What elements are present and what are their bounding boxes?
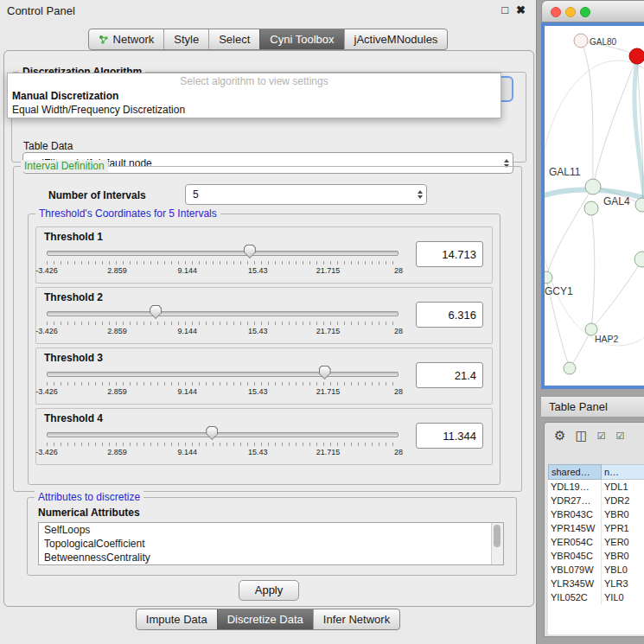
scale-label: -3.426: [35, 448, 58, 456]
scrollbar-thumb[interactable]: [494, 525, 501, 547]
bottom-tab-bar: Impute Data Discretize Data Infer Networ…: [0, 609, 536, 630]
table-row[interactable]: YDL19… YDL1: [548, 480, 644, 494]
tab-select[interactable]: Select: [208, 29, 259, 49]
attributes-groupbox: Attributes to discretize Numerical Attri…: [27, 497, 517, 576]
table-panel-titlebar: Table Panel: [541, 396, 644, 418]
threshold-4-label: Threshold 4: [44, 412, 103, 424]
threshold-3-value-field[interactable]: 21.4: [416, 362, 483, 388]
tab-cyni-toolbox[interactable]: Cyni Toolbox: [259, 29, 343, 49]
table-row[interactable]: YBR045C YBR0: [548, 549, 644, 563]
gear-icon[interactable]: ⚙: [554, 428, 565, 443]
dropdown-option-equal-width[interactable]: Equal Width/Frequency Discretization: [8, 103, 501, 117]
network-canvas[interactable]: GAL80 GAL11 GAL4 GCY1 HAP2: [541, 22, 644, 389]
tab-network-label: Network: [113, 33, 155, 46]
number-of-intervals-combobox[interactable]: 5: [185, 184, 427, 205]
table-row[interactable]: YER054C YER0: [548, 535, 644, 549]
node-label-hap2: HAP2: [595, 334, 618, 344]
threshold-4-slider[interactable]: -3.426 2.859 9.144 15.43 21.715 28: [47, 426, 399, 442]
scale-label: 15.43: [248, 327, 268, 335]
tab-discretize-data[interactable]: Discretize Data: [217, 609, 313, 629]
slider-track[interactable]: [47, 311, 399, 316]
table-row[interactable]: YBL079W YBL0: [548, 563, 644, 577]
cell-shared-name: YBR045C: [548, 549, 602, 563]
list-item[interactable]: TopologicalCoefficient: [39, 537, 503, 551]
tab-select-label: Select: [219, 33, 250, 46]
slider-scale: -3.426 2.859 9.144 15.43 21.715 28: [47, 327, 399, 336]
table-row[interactable]: YDR27… YDR2: [548, 494, 644, 507]
network-icon: [99, 35, 109, 45]
cell-name: YBL0: [602, 563, 644, 577]
slider-track[interactable]: [47, 432, 399, 437]
tab-style-label: Style: [174, 33, 199, 46]
tab-cyni-toolbox-label: Cyni Toolbox: [270, 33, 334, 46]
slider-track[interactable]: [47, 251, 399, 256]
cell-shared-name: YLR345W: [548, 577, 602, 590]
tab-style[interactable]: Style: [163, 29, 208, 49]
scale-label: 2.859: [107, 266, 127, 275]
scale-label: -3.426: [35, 266, 58, 275]
list-item[interactable]: BetweennessCentrality: [39, 551, 503, 564]
tab-network[interactable]: Network: [89, 29, 164, 49]
slider-scale: -3.426 2.859 9.144 15.43 21.715 28: [47, 448, 399, 457]
threshold-2-slider[interactable]: -3.426 2.859 9.144 15.43 21.715 28: [47, 305, 399, 321]
threshold-1-slider[interactable]: -3.426 2.859 9.144 15.43 21.715 28: [47, 245, 399, 260]
threshold-4-value-field[interactable]: 11.344: [416, 423, 483, 449]
slider-thumb[interactable]: [206, 426, 218, 440]
slider-track[interactable]: [47, 372, 399, 377]
scale-label: 2.859: [107, 327, 127, 335]
select-all-checkbox-icon[interactable]: ☑: [597, 430, 607, 442]
scale-label: 15.43: [248, 387, 268, 396]
table-header-row: shared… n…: [548, 464, 644, 480]
cell-name: YDL1: [602, 480, 644, 494]
panel-title: Control Panel: [7, 4, 75, 17]
table-row[interactable]: YIL052C YIL0: [548, 590, 644, 604]
dropdown-option-manual[interactable]: Manual Discretization: [8, 89, 501, 103]
cell-shared-name: YDL19…: [548, 480, 602, 494]
table-row[interactable]: YPR145W YPR1: [548, 521, 644, 535]
threshold-3-label: Threshold 3: [44, 352, 103, 364]
minimize-button[interactable]: [565, 7, 576, 17]
cyni-settings-panel: Discretization Algorithm Table Data galF…: [3, 50, 534, 607]
cell-shared-name: YIL052C: [548, 590, 602, 604]
close-button[interactable]: [551, 7, 561, 17]
apply-button[interactable]: Apply: [239, 580, 299, 601]
table-row[interactable]: YLR345W YLR3: [548, 577, 644, 590]
table-body: YDL19… YDL1 YDR27… YDR2 YBR043C YBR0 YPR…: [548, 480, 644, 634]
float-window-icon[interactable]: □: [501, 3, 508, 16]
threshold-1-value-field[interactable]: 14.713: [416, 241, 483, 267]
cell-shared-name: YPR145W: [548, 521, 602, 535]
node-label-gcy1: GCY1: [545, 285, 573, 297]
close-icon[interactable]: ✖: [516, 3, 526, 16]
table-panel-title: Table Panel: [549, 400, 608, 413]
control-panel: Control Panel □ ✖ Network: [0, 0, 537, 644]
scale-label: 28: [394, 327, 403, 335]
column-header-shared-name[interactable]: shared…: [548, 464, 602, 480]
network-view-window: GAL80 GAL11 GAL4 GCY1 HAP2: [541, 0, 644, 389]
table-row[interactable]: YBR043C YBR0: [548, 507, 644, 521]
select-visible-checkbox-icon[interactable]: ☑: [616, 430, 626, 442]
bottom-tab-group: Impute Data Discretize Data Infer Networ…: [136, 609, 400, 630]
slider-scale: -3.426 2.859 9.144 15.43 21.715 28: [47, 266, 399, 276]
list-scrollbar[interactable]: [491, 523, 503, 564]
threshold-2-value-field[interactable]: 6.316: [416, 302, 483, 328]
table-toolbar: ⚙ ◫ ☑ ☑: [545, 423, 644, 449]
slider-thumb[interactable]: [244, 245, 256, 258]
scale-label: 15.43: [248, 448, 268, 456]
threshold-panel-4: Threshold 4 -3.426 2.859 9.144 15.43 21.…: [35, 408, 493, 465]
tab-infer-network[interactable]: Infer Network: [313, 609, 399, 629]
list-item[interactable]: SelfLoops: [39, 523, 503, 537]
slider-thumb[interactable]: [319, 366, 331, 379]
tab-impute-data[interactable]: Impute Data: [137, 609, 217, 629]
zoom-button[interactable]: [580, 7, 590, 17]
slider-thumb[interactable]: [150, 305, 162, 319]
columns-icon[interactable]: ◫: [575, 428, 587, 443]
column-header-name[interactable]: n…: [602, 464, 644, 480]
cell-name: YDR2: [602, 494, 644, 507]
cell-shared-name: YBL079W: [548, 563, 602, 577]
tab-jactivemnodules[interactable]: jActiveMNodules: [344, 29, 448, 49]
cell-name: YPR1: [602, 521, 644, 535]
threshold-3-slider[interactable]: -3.426 2.859 9.144 15.43 21.715 28: [47, 366, 399, 381]
node-label-gal4: GAL4: [603, 195, 630, 207]
scale-label: 28: [394, 448, 403, 456]
cell-shared-name: YDR27…: [548, 494, 602, 507]
